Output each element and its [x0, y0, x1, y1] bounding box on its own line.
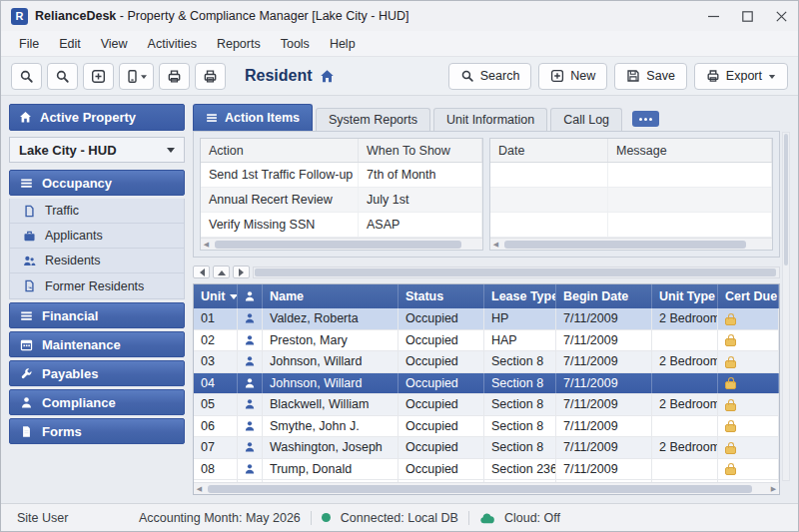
lock-icon	[725, 403, 736, 411]
tab-unit-information[interactable]: Unit Information	[433, 108, 547, 131]
divider	[311, 511, 312, 525]
status-accounting-month: Accounting Month: May 2026	[139, 511, 301, 525]
search-button[interactable]: Search	[448, 63, 532, 90]
save-icon	[626, 69, 640, 83]
save-button[interactable]: Save	[614, 63, 687, 90]
navigator-scrollbar[interactable]	[253, 266, 780, 278]
horizontal-scrollbar[interactable]: ◀	[490, 238, 772, 250]
horizontal-scrollbar[interactable]: ◀	[201, 238, 482, 250]
nav-up-button[interactable]	[213, 266, 230, 278]
column-header-lease-type[interactable]: Lease Type	[484, 284, 556, 308]
page-title: Resident	[245, 67, 335, 85]
menu-tools[interactable]: Tools	[271, 34, 320, 54]
menu-view[interactable]: View	[91, 34, 138, 54]
menu-reports[interactable]: Reports	[207, 34, 271, 54]
device-button[interactable]	[119, 63, 154, 90]
sidebar-section-forms[interactable]: Forms	[9, 418, 185, 444]
lines-icon	[20, 309, 33, 322]
sidebar-item-residents[interactable]: Residents	[10, 249, 184, 273]
export-button[interactable]: Export	[694, 63, 788, 90]
sidebar-item-traffic[interactable]: Traffic	[10, 199, 184, 224]
resident-row[interactable]: 02Preston, MaryOccupiedHAP7/11/2009	[194, 330, 779, 352]
column-header-unit-type[interactable]: Unit Type	[652, 284, 718, 308]
person-icon	[244, 377, 256, 389]
column-header-icon[interactable]	[238, 284, 263, 308]
tab-system-reports[interactable]: System Reports	[316, 108, 430, 131]
property-selector[interactable]: Lake City - HUD	[9, 137, 185, 163]
column-header-cert-due[interactable]: Cert Due	[718, 284, 779, 308]
add-icon	[91, 69, 106, 84]
action-item-row[interactable]: Annual Recert ReviewJuly 1st	[201, 188, 482, 213]
resident-row[interactable]: 03Johnson, WillardOccupiedSection 87/11/…	[194, 351, 779, 373]
content-area: Action ItemsSystem ReportsUnit Informati…	[193, 104, 790, 495]
new-button[interactable]: New	[538, 63, 607, 90]
resident-row[interactable]: 01Valdez, RobertaOccupiedHP7/11/20092 Be…	[194, 308, 779, 330]
tab-action-items[interactable]: Action Items	[193, 104, 313, 131]
resident-row[interactable]: 08Trump, DonaldOccupiedSection 2367/11/2…	[194, 459, 779, 481]
nav-previous-button[interactable]	[193, 266, 210, 278]
print-preview-button[interactable]	[195, 63, 226, 90]
action-item-row[interactable]: Send 1st Traffic Follow-up7th of Month	[201, 163, 482, 188]
magnifier-icon	[460, 69, 474, 83]
person-icon	[244, 334, 256, 346]
chevron-down-icon	[141, 75, 147, 82]
sidebar-section-compliance[interactable]: Compliance	[9, 389, 185, 415]
zoom-icon	[55, 69, 70, 84]
menu-activities[interactable]: Activities	[138, 34, 207, 54]
column-header-begin-date[interactable]: Begin Date	[556, 284, 652, 308]
column-header-name[interactable]: Name	[263, 284, 399, 308]
grid-header: UnitNameStatusLease TypeBegin DateUnit T…	[194, 284, 779, 308]
menu-edit[interactable]: Edit	[49, 34, 91, 54]
cloud-icon	[479, 512, 494, 524]
scroll-right-arrow[interactable]: ▶	[768, 483, 779, 495]
sidebar-item-former-residents[interactable]: Former Residents	[10, 273, 184, 298]
search-button[interactable]	[11, 63, 42, 90]
tab-call-log[interactable]: Call Log	[550, 108, 622, 131]
resident-row[interactable]: 05Blackwell, WilliamOccupiedSection 87/1…	[194, 394, 779, 416]
maximize-button[interactable]	[730, 1, 764, 31]
more-tabs-button[interactable]	[632, 111, 659, 127]
home-icon	[320, 69, 335, 84]
sidebar-section-occupancy[interactable]: Occupancy	[9, 170, 185, 196]
scroll-left-arrow[interactable]: ◀	[490, 239, 501, 251]
sidebar-section-maintenance[interactable]: Maintenance	[9, 331, 185, 357]
zoom-button[interactable]	[47, 63, 78, 90]
add-button[interactable]	[83, 63, 114, 90]
sidebar-section-payables[interactable]: Payables	[9, 360, 185, 386]
action-item-row[interactable]: Verify Missing SSNASAP	[201, 213, 482, 238]
column-header-unit[interactable]: Unit	[194, 284, 238, 308]
scroll-left-arrow[interactable]: ◀	[194, 483, 205, 495]
column-header-message[interactable]: Message	[608, 139, 772, 162]
calendar-icon	[20, 338, 33, 351]
print-button[interactable]	[159, 63, 190, 90]
resident-row[interactable]: 06Smythe, John J.OccupiedSection 87/11/2…	[194, 416, 779, 438]
vertical-scrollbar[interactable]	[782, 132, 790, 481]
column-header-when[interactable]: When To Show	[359, 139, 482, 162]
sidebar-section-financial[interactable]: Financial	[9, 302, 185, 328]
menu-help[interactable]: Help	[320, 34, 366, 54]
column-header-date[interactable]: Date	[490, 139, 608, 162]
resident-row[interactable]: 04Johnson, WillardOccupiedSection 87/11/…	[194, 373, 779, 395]
menu-file[interactable]: File	[9, 34, 49, 54]
column-header-action[interactable]: Action	[201, 139, 359, 162]
message-row[interactable]	[490, 213, 772, 238]
sidebar-item-applicants[interactable]: Applicants	[10, 224, 184, 249]
person-icon	[244, 290, 256, 302]
nav-next-button[interactable]	[233, 266, 250, 278]
scroll-left-arrow[interactable]: ◀	[201, 239, 212, 251]
person-icon	[20, 396, 33, 409]
message-row[interactable]	[490, 163, 772, 188]
list-icon	[20, 177, 33, 190]
close-button[interactable]	[764, 1, 798, 31]
print-preview-icon	[203, 69, 218, 84]
sidebar: Active Property Lake City - HUD Occupanc…	[9, 104, 185, 495]
page-title-text: Resident	[245, 67, 313, 85]
table-header: Date Message	[490, 139, 772, 163]
column-header-status[interactable]: Status	[399, 284, 484, 308]
grid-horizontal-scrollbar[interactable]: ◀ ▶	[194, 482, 779, 494]
briefcase-icon	[23, 230, 36, 243]
minimize-button[interactable]	[696, 1, 730, 31]
lock-icon	[725, 317, 736, 325]
resident-row[interactable]: 07Washington, JosephOccupiedSection 87/1…	[194, 437, 779, 459]
message-row[interactable]	[490, 188, 772, 213]
